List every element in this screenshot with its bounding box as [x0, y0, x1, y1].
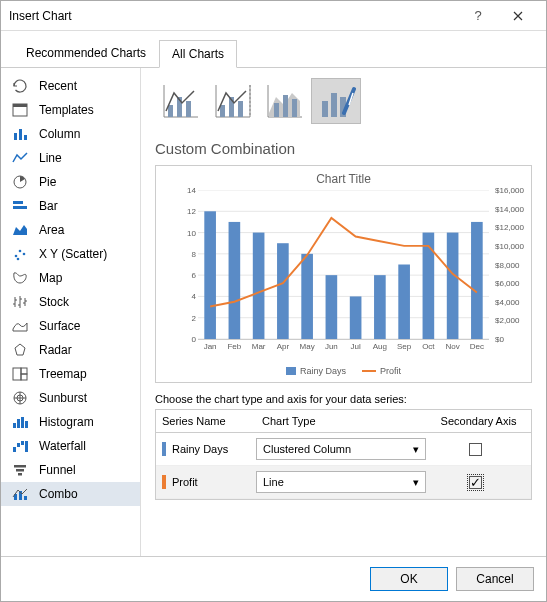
- col-secondary-axis: Secondary Axis: [426, 410, 531, 432]
- tab-strip: Recommended Charts All Charts: [1, 31, 546, 68]
- dialog-footer: OK Cancel: [1, 556, 546, 601]
- pie-icon: [11, 174, 29, 190]
- svg-rect-38: [274, 103, 279, 117]
- series-table: Series Name Chart Type Secondary Axis Ra…: [155, 409, 532, 500]
- cancel-button[interactable]: Cancel: [456, 567, 534, 591]
- sidebar-item-waterfall[interactable]: Waterfall: [1, 434, 140, 458]
- sidebar-item-stock[interactable]: Stock: [1, 290, 140, 314]
- svg-rect-60: [398, 265, 410, 340]
- svg-point-8: [15, 255, 18, 258]
- svg-rect-34: [186, 101, 191, 117]
- sidebar-item-label: Bar: [39, 199, 58, 213]
- sidebar-item-label: X Y (Scatter): [39, 247, 107, 261]
- subtype-clustered-line[interactable]: [155, 78, 205, 124]
- secondary-axis-checkbox[interactable]: ✓: [469, 476, 482, 489]
- svg-rect-15: [21, 374, 27, 380]
- insert-chart-dialog: Insert Chart ? Recommended Charts All Ch…: [0, 0, 547, 602]
- svg-point-10: [23, 253, 26, 256]
- sidebar-item-pie[interactable]: Pie: [1, 170, 140, 194]
- ok-button[interactable]: OK: [370, 567, 448, 591]
- map-icon: [11, 270, 29, 286]
- sidebar-item-radar[interactable]: Radar: [1, 338, 140, 362]
- chart-type-select[interactable]: Clustered Column▾: [256, 438, 426, 460]
- sidebar-item-combo[interactable]: Combo: [1, 482, 140, 506]
- histogram-icon: [11, 414, 29, 430]
- sidebar-item-surface[interactable]: Surface: [1, 314, 140, 338]
- radar-icon: [11, 342, 29, 358]
- sidebar-item-area[interactable]: Area: [1, 218, 140, 242]
- svg-rect-54: [253, 233, 265, 339]
- svg-rect-59: [374, 275, 386, 339]
- templates-icon: [11, 102, 29, 118]
- chart-preview-title: Chart Title: [160, 172, 527, 186]
- area-icon: [11, 222, 29, 238]
- sidebar-item-label: Funnel: [39, 463, 76, 477]
- legend-label: Profit: [380, 366, 401, 376]
- svg-rect-53: [229, 222, 241, 339]
- sidebar-item-label: Line: [39, 151, 62, 165]
- close-icon: [513, 11, 523, 21]
- chart-plot-area: 02468101214 $0$2,000$4,000$6,000$8,000$1…: [198, 190, 489, 340]
- series-color-swatch: [162, 442, 166, 456]
- bar-icon: [11, 198, 29, 214]
- sidebar-item-recent[interactable]: Recent: [1, 74, 140, 98]
- help-icon: ?: [474, 8, 481, 23]
- chart-preview[interactable]: Chart Title 02468101214 $0$2,000$4,000$6…: [155, 165, 532, 383]
- sidebar-item-label: Area: [39, 223, 64, 237]
- subtype-custom-combination[interactable]: [311, 78, 361, 124]
- sidebar-item-funnel[interactable]: Funnel: [1, 458, 140, 482]
- sidebar-item-bar[interactable]: Bar: [1, 194, 140, 218]
- svg-rect-3: [19, 129, 22, 140]
- sidebar-item-histogram[interactable]: Histogram: [1, 410, 140, 434]
- sidebar-item-column[interactable]: Column: [1, 122, 140, 146]
- svg-rect-19: [17, 419, 20, 428]
- tab-all[interactable]: All Charts: [159, 40, 237, 68]
- svg-rect-21: [25, 421, 28, 428]
- subtype-stacked-area-column[interactable]: [259, 78, 309, 124]
- legend-label: Rainy Days: [300, 366, 346, 376]
- sidebar-item-label: Column: [39, 127, 80, 141]
- dialog-title: Insert Chart: [9, 9, 458, 23]
- svg-rect-32: [168, 105, 173, 117]
- select-value: Line: [263, 476, 284, 488]
- treemap-icon: [11, 366, 29, 382]
- svg-rect-58: [350, 296, 362, 339]
- funnel-icon: [11, 462, 29, 478]
- svg-rect-27: [16, 469, 24, 472]
- svg-rect-61: [423, 233, 435, 339]
- chart-type-select[interactable]: Line▾: [256, 471, 426, 493]
- sidebar-item-scatter[interactable]: X Y (Scatter): [1, 242, 140, 266]
- sidebar-item-map[interactable]: Map: [1, 266, 140, 290]
- sidebar-item-treemap[interactable]: Treemap: [1, 362, 140, 386]
- sidebar-item-label: Waterfall: [39, 439, 86, 453]
- svg-rect-55: [277, 243, 289, 339]
- help-button[interactable]: ?: [458, 1, 498, 30]
- close-button[interactable]: [498, 1, 538, 30]
- svg-marker-12: [15, 344, 25, 355]
- svg-rect-18: [13, 423, 16, 428]
- svg-rect-23: [17, 443, 20, 447]
- sidebar-item-templates[interactable]: Templates: [1, 98, 140, 122]
- sidebar-item-line[interactable]: Line: [1, 146, 140, 170]
- svg-rect-26: [14, 465, 26, 468]
- col-chart-type: Chart Type: [256, 410, 426, 432]
- scatter-icon: [11, 246, 29, 262]
- sidebar-item-sunburst[interactable]: Sunburst: [1, 386, 140, 410]
- series-name-label: Profit: [172, 476, 198, 488]
- subtype-icon: [316, 83, 356, 119]
- tab-recommended[interactable]: Recommended Charts: [13, 39, 159, 67]
- svg-rect-6: [13, 201, 23, 204]
- svg-rect-52: [204, 211, 216, 339]
- secondary-axis-checkbox[interactable]: [469, 443, 482, 456]
- subtype-icon: [212, 83, 252, 119]
- svg-rect-22: [13, 447, 16, 452]
- subtype-clustered-line-secondary[interactable]: [207, 78, 257, 124]
- subtype-icon: [160, 83, 200, 119]
- svg-rect-4: [24, 135, 27, 140]
- svg-point-9: [19, 250, 22, 253]
- svg-rect-20: [21, 417, 24, 428]
- section-title: Custom Combination: [155, 140, 532, 157]
- sunburst-icon: [11, 390, 29, 406]
- sidebar-item-label: Radar: [39, 343, 72, 357]
- sidebar-item-label: Recent: [39, 79, 77, 93]
